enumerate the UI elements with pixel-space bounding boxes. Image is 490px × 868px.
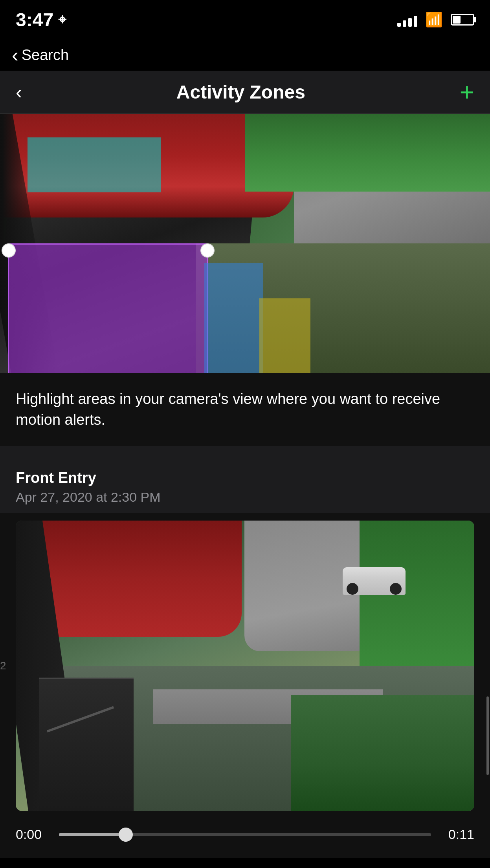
video-trees-red <box>35 521 242 637</box>
video-garden <box>291 695 474 811</box>
signal-bars <box>397 13 417 27</box>
scroll-thumb[interactable] <box>486 696 489 775</box>
back-navigation: ‹ Search <box>0 39 490 71</box>
add-zone-button[interactable]: + <box>460 80 474 105</box>
video-car <box>343 567 406 595</box>
location-icon: ⌖ <box>58 11 66 28</box>
video-thumbnail[interactable] <box>16 521 474 811</box>
zone-purple[interactable] <box>8 243 208 373</box>
entry-section: Front Entry Apr 27, 2020 at 2:30 PM <box>0 454 490 513</box>
progress-thumb[interactable] <box>119 828 133 842</box>
back-search-button[interactable]: ‹ Search <box>12 44 69 66</box>
time-total: 0:11 <box>443 827 474 842</box>
progress-fill <box>59 833 126 836</box>
zone-yellow[interactable] <box>259 298 310 373</box>
entry-title: Front Entry <box>16 470 474 486</box>
scene-foliage <box>245 114 490 192</box>
handle-top-left[interactable] <box>2 243 16 258</box>
entry-date: Apr 27, 2020 at 2:30 PM <box>16 490 474 505</box>
time-display: 3:47 <box>16 9 53 31</box>
camera-zone-editor <box>0 114 490 373</box>
nav-header: ‹ Activity Zones + <box>0 71 490 114</box>
time-current: 0:00 <box>16 827 47 842</box>
zone-cyan[interactable] <box>28 137 161 192</box>
back-chevron-icon: ‹ <box>12 44 18 66</box>
nav-back-button[interactable]: ‹ <box>16 81 22 103</box>
zone-blue[interactable] <box>204 263 263 373</box>
signal-bar-2 <box>403 20 406 27</box>
section-divider <box>0 446 490 454</box>
description-area: Highlight areas in your camera's view wh… <box>0 373 490 446</box>
video-controls: 0:00 0:11 <box>0 819 490 858</box>
page-title: Activity Zones <box>176 81 305 103</box>
video-container[interactable]: 2 <box>0 513 490 819</box>
battery-fill <box>453 16 461 24</box>
back-label: Search <box>22 47 69 64</box>
progress-bar[interactable] <box>59 833 431 836</box>
status-bar: 3:47 ⌖ 📶 <box>0 0 490 39</box>
description-text: Highlight areas in your camera's view wh… <box>16 389 474 430</box>
camera-background <box>0 114 490 373</box>
battery-icon <box>451 14 474 26</box>
status-right: 📶 <box>397 11 474 28</box>
video-scene <box>16 521 474 811</box>
wifi-icon: 📶 <box>425 11 443 28</box>
signal-bar-1 <box>397 23 401 27</box>
handle-top-right[interactable] <box>200 243 215 258</box>
scroll-bar[interactable] <box>485 513 490 819</box>
signal-bar-3 <box>408 18 412 27</box>
video-stairs <box>39 678 134 811</box>
left-number-indicator: 2 <box>0 660 6 672</box>
signal-bar-4 <box>414 16 417 27</box>
status-time: 3:47 ⌖ <box>16 9 66 31</box>
